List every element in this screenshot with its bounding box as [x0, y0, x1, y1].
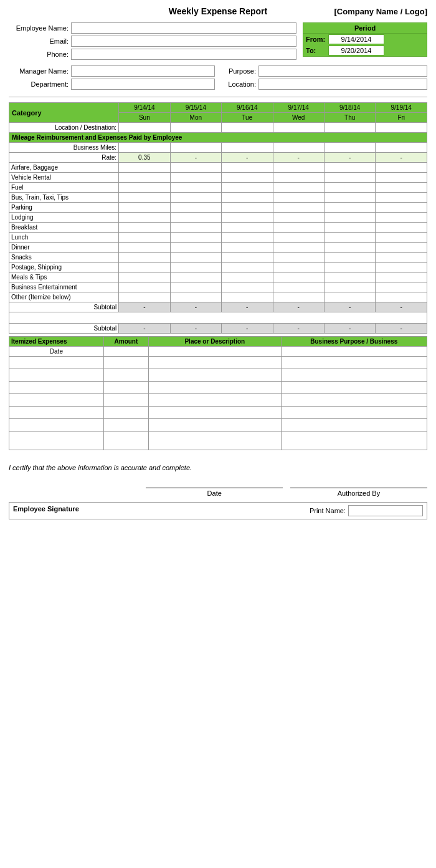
item-date-7[interactable]	[9, 432, 104, 450]
item-amount-7[interactable]	[103, 432, 148, 450]
email-label: Email:	[9, 37, 71, 45]
miles-cell-1[interactable]	[119, 143, 170, 153]
header-row: Weekly Expense Report [Company Name / Lo…	[9, 6, 427, 16]
to-value[interactable]: 9/20/2014	[328, 46, 384, 55]
day-col-2: Mon	[170, 113, 221, 123]
miles-cell-3[interactable]	[222, 143, 273, 153]
item-date-3[interactable]	[9, 382, 104, 394]
item-amount-4[interactable]	[103, 394, 148, 407]
print-name-section: Print Name:	[306, 503, 427, 519]
spacer-row	[9, 312, 427, 324]
department-row: Department:	[9, 79, 215, 90]
rate-dash-3: -	[273, 153, 324, 163]
report-title: Weekly Expense Report	[108, 6, 328, 16]
employee-name-input[interactable]	[71, 22, 296, 34]
phone-label: Phone:	[9, 51, 71, 58]
purpose-row: Purpose:	[221, 65, 427, 77]
item-place-6[interactable]	[149, 419, 281, 432]
loc-dest-cell-2[interactable]	[170, 123, 221, 133]
itemized-row-2	[9, 369, 427, 382]
item-place-3[interactable]	[149, 382, 281, 394]
item-place-7[interactable]	[149, 432, 281, 450]
item-date-6[interactable]	[9, 419, 104, 432]
cat-entertainment: Business Entertainment	[9, 282, 119, 292]
table-row: Lunch	[9, 233, 427, 243]
rate-dash-2: -	[222, 153, 273, 163]
loc-dest-cell-6[interactable]	[376, 123, 427, 133]
itemized-amount-header: Amount	[103, 337, 148, 347]
item-place-5[interactable]	[149, 407, 281, 419]
item-purpose-6[interactable]	[281, 419, 427, 432]
item-purpose-3[interactable]	[281, 382, 427, 394]
print-name-input[interactable]	[348, 505, 423, 516]
department-input[interactable]	[71, 79, 215, 90]
item-amount-6[interactable]	[103, 419, 148, 432]
miles-cell-6[interactable]	[376, 143, 427, 153]
divider	[9, 97, 427, 97]
item-amount-2[interactable]	[103, 369, 148, 382]
item-place-4[interactable]	[149, 394, 281, 407]
to-label: To:	[306, 47, 328, 54]
rate-value-cell: 0.35	[119, 153, 170, 163]
itemized-table: Itemized Expenses Amount Place or Descri…	[9, 336, 427, 450]
cat-postage: Postage, Shipping	[9, 263, 119, 272]
day-col-1: Sun	[119, 113, 170, 123]
cat-other: Other (Itemize below)	[9, 292, 119, 302]
item-purpose-7[interactable]	[281, 432, 427, 450]
item-date-5[interactable]	[9, 407, 104, 419]
item-date-4[interactable]	[9, 394, 104, 407]
email-input[interactable]	[71, 36, 296, 47]
phone-row: Phone:	[9, 49, 296, 60]
item-purpose-4[interactable]	[281, 394, 427, 407]
manager-name-input[interactable]	[71, 65, 215, 77]
item-amount-3[interactable]	[103, 382, 148, 394]
item-date-1[interactable]	[9, 357, 104, 369]
email-row: Email:	[9, 36, 296, 47]
item-place-1[interactable]	[149, 357, 281, 369]
rate-dash-1: -	[170, 153, 221, 163]
subtotal-label-1: Subtotal	[9, 302, 119, 312]
company-name: [Company Name / Logo]	[328, 7, 427, 16]
date-sig-label: Date	[146, 489, 283, 497]
date-col-5: 9/18/14	[324, 103, 375, 113]
mileage-section-label: Mileage Reimbursement and Expenses Paid …	[9, 133, 427, 143]
item-purpose-2[interactable]	[281, 369, 427, 382]
phone-input[interactable]	[71, 49, 296, 60]
table-row: Other (Itemize below)	[9, 292, 427, 302]
employee-info-left: Employee Name: Email: Phone:	[9, 22, 296, 62]
item-amount-1[interactable]	[103, 357, 148, 369]
table-row: Dinner	[9, 243, 427, 253]
subtotal-row-2: Subtotal - - - - - -	[9, 324, 427, 334]
location-dest-label: Location / Destination:	[9, 123, 119, 133]
loc-dest-cell-1[interactable]	[119, 123, 170, 133]
from-label: From:	[306, 36, 328, 43]
miles-cell-4[interactable]	[273, 143, 324, 153]
employee-name-label: Employee Name:	[9, 24, 71, 32]
item-date-2[interactable]	[9, 369, 104, 382]
item-purpose-5[interactable]	[281, 407, 427, 419]
item-place-2[interactable]	[149, 369, 281, 382]
from-value[interactable]: 9/14/2014	[328, 34, 384, 44]
loc-dest-cell-4[interactable]	[273, 123, 324, 133]
table-row: Business Entertainment	[9, 282, 427, 292]
day-col-5: Thu	[324, 113, 375, 123]
miles-cell-5[interactable]	[324, 143, 375, 153]
table-row: Fuel	[9, 183, 427, 193]
loc-dest-cell-3[interactable]	[222, 123, 273, 133]
cat-airfare: Airfare, Baggage	[9, 163, 119, 173]
purpose-input[interactable]	[258, 65, 427, 77]
period-to-row: To: 9/20/2014	[303, 45, 427, 56]
day-col-4: Wed	[273, 113, 324, 123]
cat-airfare-1[interactable]	[119, 163, 170, 173]
day-col-3: Tue	[222, 113, 273, 123]
subtotal-row-1: Subtotal - - - - - -	[9, 302, 427, 312]
date-col-4: 9/17/14	[273, 103, 324, 113]
miles-cell-2[interactable]	[170, 143, 221, 153]
item-purpose-1[interactable]	[281, 357, 427, 369]
itemized-header-label: Itemized Expenses	[9, 337, 104, 347]
date-col-2: 9/15/14	[170, 103, 221, 113]
loc-dest-cell-5[interactable]	[324, 123, 375, 133]
table-row: Meals & Tips	[9, 272, 427, 282]
location-input[interactable]	[258, 79, 427, 90]
item-amount-5[interactable]	[103, 407, 148, 419]
